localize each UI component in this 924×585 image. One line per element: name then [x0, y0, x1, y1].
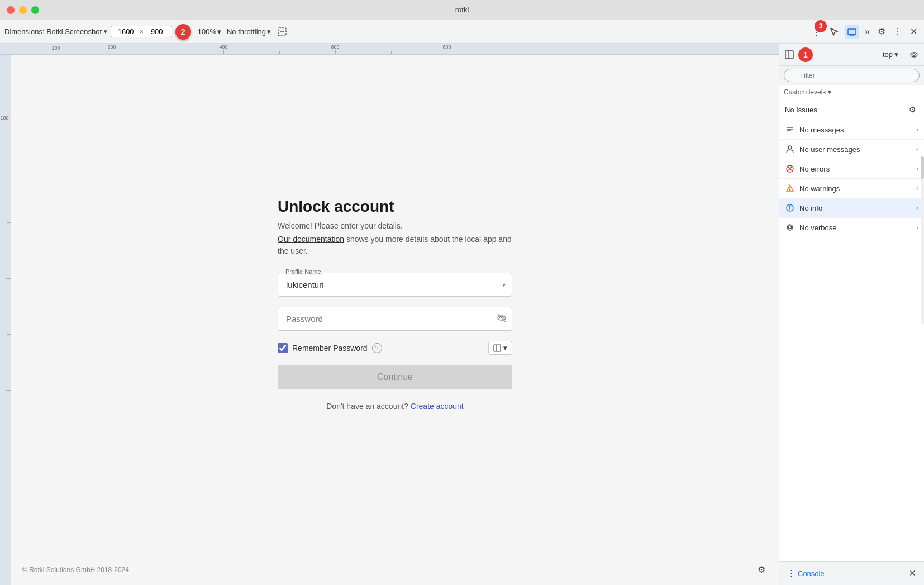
console-close-button[interactable]: ✕ [907, 566, 918, 581]
zoom-selector[interactable]: 100% ▾ [198, 27, 221, 36]
devtools-more-button[interactable]: ⋮ [891, 24, 904, 39]
svg-point-19 [788, 146, 792, 149]
svg-point-24 [789, 189, 790, 190]
user-messages-icon [785, 144, 795, 154]
dt-top-selector[interactable]: top ▾ [883, 50, 898, 59]
unlock-card: Unlock account Welcome! Please enter you… [278, 198, 512, 411]
profile-name-field: Profile Name lukicenturi ▾ [278, 273, 512, 297]
title-bar: rotki [0, 0, 924, 20]
profile-name-select[interactable]: lukicenturi [278, 273, 512, 297]
unlock-title: Unlock account [278, 198, 512, 216]
filter-input[interactable] [784, 69, 920, 82]
step-badge-2: 2 [175, 24, 191, 40]
more-options-button[interactable]: ⋮ 3 [809, 23, 823, 40]
no-account-row: Don't have an account? Create account [278, 402, 512, 411]
height-input[interactable] [146, 27, 168, 36]
console-item-info[interactable]: No info › [779, 198, 924, 218]
console-item-user-messages[interactable]: No user messages › [779, 140, 924, 159]
info-arrow-icon: › [916, 204, 918, 212]
zoom-chevron-icon: ▾ [217, 27, 221, 36]
console-item-warnings[interactable]: No warnings › [779, 179, 924, 198]
messages-arrow-icon: › [916, 126, 918, 134]
console-more-button[interactable]: ⋮ [785, 566, 798, 581]
remember-left: Remember Password ? [278, 343, 382, 353]
app-footer: © Rotki Solutions GmbH 2018-2024 ⚙ [11, 554, 779, 585]
console-more-icon: ⋮ [787, 568, 796, 578]
dt-top-chevron-icon: ▾ [894, 50, 898, 59]
layout-chevron-icon: ▾ [503, 344, 507, 352]
devtools-close-icon: ✕ [910, 26, 917, 37]
svg-rect-12 [785, 51, 793, 59]
dimensions-selector[interactable]: Dimensions: Rotki Screenshot ▾ [4, 27, 107, 36]
create-account-link[interactable]: Create account [411, 402, 464, 411]
filter-wrapper: ⧩ [784, 69, 920, 82]
device-toolbar-button[interactable] [845, 25, 859, 39]
devtools-panel: 1 top ▾ ⧩ Custom levels ▾ [779, 44, 924, 585]
errors-arrow-icon: › [916, 165, 918, 173]
devtools-settings-button[interactable]: ⚙ [875, 24, 888, 39]
dt-panel-layout-button[interactable] [783, 48, 796, 61]
footer-settings-button[interactable]: ⚙ [755, 562, 768, 577]
dt-top-label: top [883, 50, 893, 59]
console-item-verbose[interactable]: No verbose › [779, 218, 924, 237]
svg-line-8 [498, 314, 506, 322]
maximize-button[interactable] [31, 6, 39, 14]
app-content: 100 200 400 600 800 [0, 44, 779, 585]
panel-chevron-button[interactable]: » [863, 25, 872, 39]
doc-link-paragraph: Our documentation shows you more details… [278, 234, 512, 257]
main-area: 100 200 400 600 800 [0, 44, 924, 585]
devtools-close-button[interactable]: ✕ [908, 24, 920, 39]
page-body: Unlock account Welcome! Please enter you… [11, 55, 779, 554]
info-text: No info [799, 204, 912, 212]
no-account-text: Don't have an account? [326, 402, 408, 411]
remember-password-checkbox[interactable] [278, 343, 288, 353]
link-icon-button[interactable] [274, 24, 290, 40]
documentation-link[interactable]: Our documentation [278, 235, 344, 244]
user-messages-text: No user messages [799, 145, 912, 154]
throttling-value: No throttling [227, 27, 266, 36]
custom-levels-chevron-icon: ▾ [828, 88, 831, 96]
throttling-selector[interactable]: No throttling ▾ [227, 27, 271, 36]
console-item-errors[interactable]: No errors › [779, 159, 924, 179]
close-button[interactable] [7, 6, 15, 14]
no-issues-gear-icon: ⚙ [909, 105, 916, 114]
dimensions-input-group: × [111, 26, 172, 37]
dt-step-badge-1: 1 [798, 47, 813, 62]
password-visibility-button[interactable] [497, 313, 507, 325]
console-label: Console [798, 569, 825, 578]
svg-point-15 [913, 54, 915, 56]
layout-toggle-button[interactable]: ▾ [488, 341, 512, 355]
window-controls [7, 6, 39, 14]
custom-levels-label: Custom levels [784, 88, 826, 96]
dim-separator: × [139, 27, 144, 36]
warnings-text: No warnings [799, 184, 912, 193]
custom-levels-row[interactable]: Custom levels ▾ [779, 85, 924, 99]
messages-text: No messages [799, 126, 912, 134]
console-items-list: No messages › No user messages › [779, 120, 924, 561]
console-bottom-bar: ⋮ Console ✕ [779, 561, 924, 585]
help-icon[interactable]: ? [372, 343, 382, 353]
window-title: rotki [455, 6, 469, 14]
footer-gear-icon: ⚙ [758, 564, 765, 575]
console-item-messages[interactable]: No messages › [779, 120, 924, 140]
width-input[interactable] [115, 27, 137, 36]
forward-icon: » [865, 27, 870, 37]
minimize-button[interactable] [19, 6, 27, 14]
profile-name-label: Profile Name [283, 268, 323, 275]
inspect-element-button[interactable] [827, 25, 841, 39]
password-field [278, 307, 512, 331]
ruler-horizontal: 100 200 400 600 800 [0, 44, 779, 55]
continue-button[interactable]: Continue [278, 365, 512, 389]
devtools-more-icon: ⋮ [893, 26, 902, 37]
no-issues-bar: No Issues ⚙ [779, 99, 924, 120]
user-messages-arrow-icon: › [916, 145, 918, 153]
scrollbar-track [921, 156, 924, 324]
no-issues-settings-button[interactable]: ⚙ [907, 103, 918, 116]
step-badge-3: 3 [815, 20, 827, 32]
settings-icon: ⚙ [878, 26, 885, 37]
warnings-arrow-icon: › [916, 184, 918, 192]
scrollbar-thumb[interactable] [921, 156, 924, 179]
password-input[interactable] [278, 307, 512, 331]
svg-point-14 [911, 53, 917, 57]
dt-visibility-button[interactable] [907, 48, 921, 61]
